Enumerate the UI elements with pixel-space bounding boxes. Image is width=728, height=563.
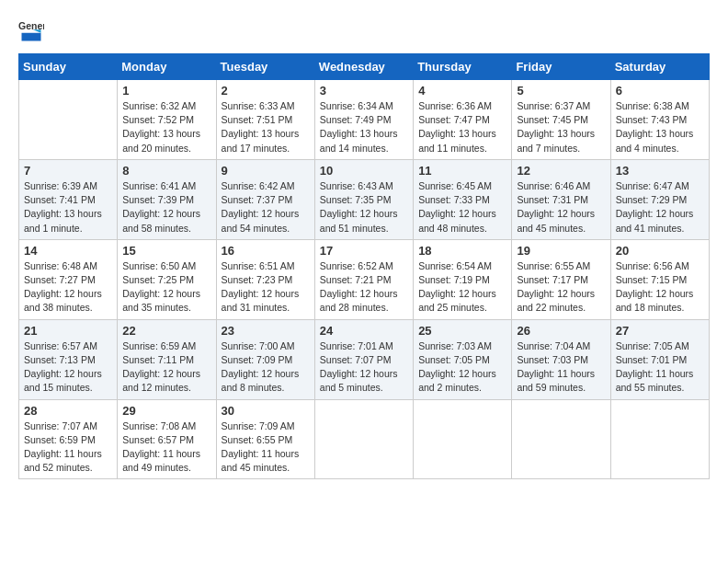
day-of-week-header: Tuesday (216, 54, 314, 80)
calendar-cell: 20Sunrise: 6:56 AM Sunset: 7:15 PM Dayli… (610, 239, 709, 319)
calendar-cell: 30Sunrise: 7:09 AM Sunset: 6:55 PM Dayli… (216, 399, 314, 479)
calendar-week-row: 7Sunrise: 6:39 AM Sunset: 7:41 PM Daylig… (19, 159, 710, 239)
day-number: 15 (122, 244, 210, 258)
calendar-header-row: SundayMondayTuesdayWednesdayThursdayFrid… (19, 54, 710, 80)
day-of-week-header: Saturday (610, 54, 709, 80)
calendar-cell: 23Sunrise: 7:00 AM Sunset: 7:09 PM Dayli… (216, 319, 314, 399)
day-info: Sunrise: 6:48 AM Sunset: 7:27 PM Dayligh… (24, 259, 112, 316)
svg-marker-1 (22, 33, 41, 41)
calendar-cell: 18Sunrise: 6:54 AM Sunset: 7:19 PM Dayli… (414, 239, 512, 319)
calendar-cell: 7Sunrise: 6:39 AM Sunset: 7:41 PM Daylig… (19, 159, 118, 239)
day-info: Sunrise: 6:42 AM Sunset: 7:37 PM Dayligh… (222, 179, 310, 236)
calendar-cell: 5Sunrise: 6:37 AM Sunset: 7:45 PM Daylig… (512, 80, 610, 160)
calendar-cell: 6Sunrise: 6:38 AM Sunset: 7:43 PM Daylig… (610, 80, 709, 160)
day-info: Sunrise: 6:52 AM Sunset: 7:21 PM Dayligh… (320, 259, 408, 316)
day-info: Sunrise: 6:45 AM Sunset: 7:33 PM Dayligh… (418, 179, 506, 236)
day-info: Sunrise: 7:00 AM Sunset: 7:09 PM Dayligh… (222, 339, 310, 396)
day-info: Sunrise: 6:36 AM Sunset: 7:47 PM Dayligh… (418, 99, 506, 155)
calendar-cell: 24Sunrise: 7:01 AM Sunset: 7:07 PM Dayli… (314, 319, 413, 399)
calendar-cell: 12Sunrise: 6:46 AM Sunset: 7:31 PM Dayli… (512, 159, 610, 239)
calendar-cell: 22Sunrise: 6:59 AM Sunset: 7:11 PM Dayli… (118, 319, 216, 399)
day-of-week-header: Thursday (414, 54, 512, 80)
day-number: 2 (222, 84, 310, 98)
day-info: Sunrise: 6:54 AM Sunset: 7:19 PM Dayligh… (418, 259, 506, 316)
calendar-cell (414, 399, 512, 479)
calendar-week-row: 14Sunrise: 6:48 AM Sunset: 7:27 PM Dayli… (19, 239, 710, 319)
day-info: Sunrise: 6:39 AM Sunset: 7:41 PM Dayligh… (24, 179, 112, 236)
day-number: 10 (320, 164, 408, 178)
logo: General (18, 18, 48, 44)
calendar-cell: 16Sunrise: 6:51 AM Sunset: 7:23 PM Dayli… (216, 239, 314, 319)
day-number: 16 (222, 244, 310, 258)
day-number: 21 (24, 324, 112, 338)
calendar-cell: 17Sunrise: 6:52 AM Sunset: 7:21 PM Dayli… (314, 239, 413, 319)
logo-icon: General (18, 18, 44, 44)
day-number: 14 (24, 244, 112, 258)
day-number: 25 (418, 324, 506, 338)
day-number: 17 (320, 244, 408, 258)
day-info: Sunrise: 6:57 AM Sunset: 7:13 PM Dayligh… (24, 339, 112, 396)
day-of-week-header: Monday (118, 54, 216, 80)
day-number: 9 (222, 164, 310, 178)
day-info: Sunrise: 6:59 AM Sunset: 7:11 PM Dayligh… (122, 339, 210, 396)
day-number: 4 (418, 84, 506, 98)
day-info: Sunrise: 7:07 AM Sunset: 6:59 PM Dayligh… (24, 419, 112, 476)
day-number: 27 (616, 324, 704, 338)
calendar-cell: 3Sunrise: 6:34 AM Sunset: 7:49 PM Daylig… (314, 80, 413, 160)
day-number: 23 (222, 324, 310, 338)
day-info: Sunrise: 7:09 AM Sunset: 6:55 PM Dayligh… (222, 419, 310, 476)
day-info: Sunrise: 6:56 AM Sunset: 7:15 PM Dayligh… (616, 259, 704, 316)
calendar-cell: 27Sunrise: 7:05 AM Sunset: 7:01 PM Dayli… (610, 319, 709, 399)
day-info: Sunrise: 6:51 AM Sunset: 7:23 PM Dayligh… (222, 259, 310, 316)
day-number: 30 (222, 404, 310, 418)
calendar-cell (610, 399, 709, 479)
day-number: 22 (122, 324, 210, 338)
day-info: Sunrise: 6:50 AM Sunset: 7:25 PM Dayligh… (122, 259, 210, 316)
day-of-week-header: Sunday (19, 54, 118, 80)
day-info: Sunrise: 6:41 AM Sunset: 7:39 PM Dayligh… (122, 179, 210, 236)
day-info: Sunrise: 6:32 AM Sunset: 7:52 PM Dayligh… (122, 99, 210, 155)
calendar-week-row: 28Sunrise: 7:07 AM Sunset: 6:59 PM Dayli… (19, 399, 710, 479)
day-number: 12 (517, 164, 605, 178)
calendar-cell: 13Sunrise: 6:47 AM Sunset: 7:29 PM Dayli… (610, 159, 709, 239)
day-number: 1 (122, 84, 210, 98)
calendar-cell: 14Sunrise: 6:48 AM Sunset: 7:27 PM Dayli… (19, 239, 118, 319)
calendar-cell: 8Sunrise: 6:41 AM Sunset: 7:39 PM Daylig… (118, 159, 216, 239)
calendar-cell: 15Sunrise: 6:50 AM Sunset: 7:25 PM Dayli… (118, 239, 216, 319)
calendar-cell (314, 399, 413, 479)
calendar-cell (512, 399, 610, 479)
day-number: 13 (616, 164, 704, 178)
day-number: 29 (122, 404, 210, 418)
calendar-cell: 21Sunrise: 6:57 AM Sunset: 7:13 PM Dayli… (19, 319, 118, 399)
calendar-cell: 9Sunrise: 6:42 AM Sunset: 7:37 PM Daylig… (216, 159, 314, 239)
calendar-cell (19, 80, 118, 160)
calendar-week-row: 1Sunrise: 6:32 AM Sunset: 7:52 PM Daylig… (19, 80, 710, 160)
day-number: 20 (616, 244, 704, 258)
calendar-cell: 28Sunrise: 7:07 AM Sunset: 6:59 PM Dayli… (19, 399, 118, 479)
calendar-cell: 4Sunrise: 6:36 AM Sunset: 7:47 PM Daylig… (414, 80, 512, 160)
day-number: 6 (616, 84, 704, 98)
day-number: 18 (418, 244, 506, 258)
day-number: 8 (122, 164, 210, 178)
day-info: Sunrise: 6:43 AM Sunset: 7:35 PM Dayligh… (320, 179, 408, 236)
day-number: 26 (517, 324, 605, 338)
day-info: Sunrise: 6:47 AM Sunset: 7:29 PM Dayligh… (616, 179, 704, 236)
day-number: 11 (418, 164, 506, 178)
calendar-cell: 2Sunrise: 6:33 AM Sunset: 7:51 PM Daylig… (216, 80, 314, 160)
calendar-cell: 25Sunrise: 7:03 AM Sunset: 7:05 PM Dayli… (414, 319, 512, 399)
calendar-cell: 26Sunrise: 7:04 AM Sunset: 7:03 PM Dayli… (512, 319, 610, 399)
day-info: Sunrise: 6:33 AM Sunset: 7:51 PM Dayligh… (222, 99, 310, 155)
header: General (18, 18, 710, 44)
calendar: SundayMondayTuesdayWednesdayThursdayFrid… (18, 53, 710, 479)
day-info: Sunrise: 7:08 AM Sunset: 6:57 PM Dayligh… (122, 419, 210, 476)
calendar-cell: 11Sunrise: 6:45 AM Sunset: 7:33 PM Dayli… (414, 159, 512, 239)
day-of-week-header: Wednesday (314, 54, 413, 80)
day-info: Sunrise: 7:04 AM Sunset: 7:03 PM Dayligh… (517, 339, 605, 396)
calendar-week-row: 21Sunrise: 6:57 AM Sunset: 7:13 PM Dayli… (19, 319, 710, 399)
day-info: Sunrise: 6:37 AM Sunset: 7:45 PM Dayligh… (517, 99, 605, 155)
day-info: Sunrise: 7:05 AM Sunset: 7:01 PM Dayligh… (616, 339, 704, 396)
calendar-cell: 1Sunrise: 6:32 AM Sunset: 7:52 PM Daylig… (118, 80, 216, 160)
day-info: Sunrise: 6:38 AM Sunset: 7:43 PM Dayligh… (616, 99, 704, 155)
day-info: Sunrise: 6:34 AM Sunset: 7:49 PM Dayligh… (320, 99, 408, 155)
day-of-week-header: Friday (512, 54, 610, 80)
